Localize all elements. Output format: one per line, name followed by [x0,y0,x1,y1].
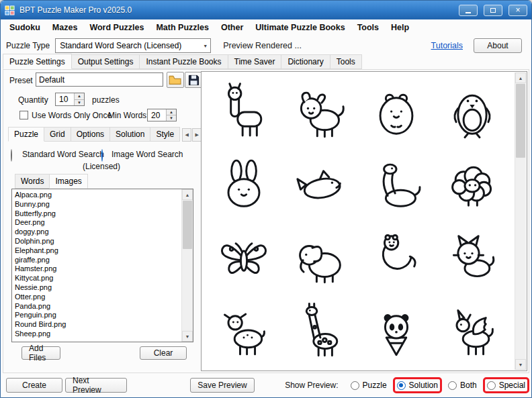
list-item[interactable]: Elephant.png [12,246,181,256]
tab-words[interactable]: Words [15,174,50,189]
menu-item-other[interactable]: Other [215,20,249,35]
solution-radio[interactable] [397,381,406,390]
image-word-search-label[interactable]: Image Word Search [112,150,183,159]
tab-output-settings[interactable]: Output Settings [71,54,140,69]
standard-word-search-radio[interactable] [11,149,12,162]
close-button[interactable]: × [508,5,527,16]
minimize-icon [466,12,471,13]
image-word-search-licensed-label: (Licensed) [83,162,120,171]
min-words-value[interactable]: 20 [148,109,166,121]
subtab-solution[interactable]: Solution [109,127,150,142]
about-button[interactable]: About [474,38,522,53]
maximize-button[interactable] [484,5,502,16]
scroll-down-icon[interactable]: ▼ [182,331,193,342]
file-list-scrollbar[interactable]: ▲ ▼ [181,189,193,342]
solution-radio-label: Solution [409,381,438,390]
create-button[interactable]: Create [6,378,62,393]
puzzle-radio[interactable] [351,381,359,390]
scroll-down-icon[interactable]: ▼ [515,359,526,370]
subtab-style[interactable]: Style [150,127,180,142]
list-item[interactable]: Panda.png [12,302,181,311]
list-item[interactable]: Nessie.png [12,283,181,293]
special-radio[interactable] [487,381,496,390]
show-preview-option-special[interactable]: Special [485,379,527,391]
preview-rendered-status: Preview Rendered ... [223,41,302,50]
image-word-search-radio[interactable] [101,149,103,162]
list-item[interactable]: Bunny.png [12,200,181,209]
image-file-list[interactable]: Alpaca.png Bunny.png Butterfly.png Deer.… [11,189,193,342]
tab-time-saver[interactable]: Time Saver [228,54,282,69]
preview-image-bunny [206,148,282,221]
list-item[interactable]: giraffe.png [12,256,181,265]
tab-images[interactable]: Images [49,174,87,189]
show-preview-option-both[interactable]: Both [446,379,479,391]
tab-dictionary[interactable]: Dictionary [281,54,330,69]
quantity-value[interactable]: 10 [56,93,74,105]
standard-word-search-label[interactable]: Standard Word Search [22,150,104,159]
subtab-grid[interactable]: Grid [44,127,71,142]
next-preview-button[interactable]: Next Preview [65,378,127,393]
subtab-options[interactable]: Options [71,127,110,142]
min-words-up-icon[interactable]: ▲ [167,109,176,115]
menu-item-word-puzzles[interactable]: Word Puzzles [83,20,150,35]
use-words-once-checkbox[interactable] [19,111,28,119]
tab-tools[interactable]: Tools [330,54,362,69]
preview-image-giraffe [282,294,359,366]
subtab-puzzle[interactable]: Puzzle [8,127,44,142]
list-item[interactable]: Hamster.png [12,264,181,274]
preview-image-sheep [435,148,511,221]
preview-panel: ▲ ▼ [201,71,527,371]
menu-item-sudoku[interactable]: Sudoku [3,20,46,35]
subtab-scroll-left-button[interactable]: ◀ [182,128,191,142]
list-item[interactable]: Otter.png [12,293,181,302]
use-words-once-label[interactable]: Use Words Only Once [32,111,112,120]
word-image-tab-strip: Words Images [15,175,87,189]
quantity-up-icon[interactable]: ▲ [75,93,84,100]
preview-scrollbar[interactable]: ▲ ▼ [515,72,526,370]
preview-image-alpaca [206,76,282,148]
file-list-scroll-thumb[interactable] [183,201,192,249]
quantity-down-icon[interactable]: ▼ [75,100,84,106]
footer-bar: Create Next Preview Save Preview Show Pr… [1,373,531,397]
preview-image-elephant [282,221,359,294]
puzzle-type-dropdown[interactable]: Standard Word Search (Licensed) ▼ [55,38,211,53]
list-item[interactable]: Dolphin.png [12,237,181,246]
tutorials-link[interactable]: Tutorials [431,41,463,50]
list-item[interactable]: Kittycat.png [12,274,181,283]
show-preview-option-solution[interactable]: Solution [395,379,440,391]
quantity-stepper[interactable]: 10 ▲ ▼ [55,93,85,106]
open-preset-button[interactable] [167,72,184,88]
preview-image-dolphin [282,148,359,221]
list-item[interactable]: Alpaca.png [12,191,181,200]
scroll-up-icon[interactable]: ▲ [515,72,526,83]
menu-item-help[interactable]: Help [385,20,415,35]
list-item[interactable]: Sheep.png [12,330,181,339]
save-preset-button[interactable] [185,72,202,88]
minimize-button[interactable] [459,5,478,16]
preset-input[interactable]: Default [36,72,163,87]
show-preview-option-puzzle[interactable]: Puzzle [349,379,389,391]
list-item[interactable]: doggy.png [12,228,181,237]
clear-button[interactable]: Clear [140,346,187,360]
menu-item-ultimate-puzzle-books[interactable]: Ultimate Puzzle Books [249,20,351,35]
min-words-stepper[interactable]: 20 ▲ ▼ [147,109,177,121]
menu-item-mazes[interactable]: Mazes [46,20,84,35]
both-radio[interactable] [448,381,457,390]
scroll-up-icon[interactable]: ▲ [182,189,193,200]
scroll-left-icon: ◀ [185,132,188,138]
preview-image-hamster [358,76,435,148]
tab-instant-puzzle-books[interactable]: Instant Puzzle Books [139,54,228,69]
list-item[interactable]: Penguin.png [12,311,181,320]
save-preview-button[interactable]: Save Preview [190,378,255,393]
min-words-down-icon[interactable]: ▼ [167,115,176,121]
add-files-button[interactable]: Add Files [21,346,60,360]
puzzle-type-row: Puzzle Type Standard Word Search (Licens… [1,36,531,56]
list-item[interactable]: Round Bird.png [12,320,181,330]
special-radio-label: Special [499,381,525,390]
tab-puzzle-settings[interactable]: Puzzle Settings [3,54,72,69]
list-item[interactable]: Deer.png [12,218,181,228]
menu-item-tools[interactable]: Tools [351,20,385,35]
menu-item-math-puzzles[interactable]: Math Puzzles [150,20,215,35]
preview-scroll-thumb[interactable] [516,84,525,158]
list-item[interactable]: Butterfly.png [12,209,181,219]
